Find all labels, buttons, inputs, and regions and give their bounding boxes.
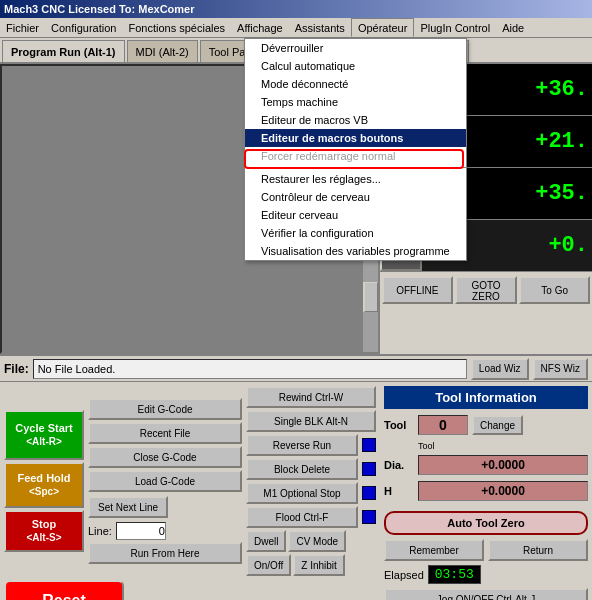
- reverse-run-row: Reverse Run: [246, 434, 376, 456]
- dropdown-item-9[interactable]: Editeur cerveau: [245, 206, 466, 224]
- dropdown-item-5[interactable]: Editeur de macros boutons: [245, 129, 466, 147]
- title-bar: Mach3 CNC Licensed To: MexComer: [0, 0, 592, 18]
- line-area: Line:: [88, 522, 242, 540]
- menu-bar: Fichier Configuration Fonctions spéciale…: [0, 18, 592, 38]
- block-delete-button[interactable]: Block Delete: [246, 458, 358, 480]
- tool-number-row: Tool 0 Change: [384, 415, 588, 435]
- menu-aide[interactable]: Aide: [496, 18, 530, 37]
- dwell-button[interactable]: Dwell: [246, 530, 286, 552]
- dropdown-menu: Déverrouiller Calcul automatique Mode dé…: [244, 38, 467, 261]
- menu-fonctions[interactable]: Fonctions spéciales: [122, 18, 231, 37]
- dropdown-item-2[interactable]: Mode déconnecté: [245, 75, 466, 93]
- tool-panel: Tool Information Tool 0 Change Tool Dia.…: [380, 382, 592, 600]
- to-go-button[interactable]: To Go: [519, 276, 590, 304]
- auto-tool-zero-button[interactable]: Auto Tool Zero: [384, 511, 588, 535]
- offline-button[interactable]: OFFLINE: [382, 276, 453, 304]
- flood-button[interactable]: Flood Ctrl-F: [246, 506, 358, 528]
- dropdown-item-3[interactable]: Temps machine: [245, 93, 466, 111]
- coord-bottom-buttons: OFFLINE GOTO ZERO To Go: [380, 272, 592, 308]
- scroll-down-arrow[interactable]: ▼: [363, 352, 379, 354]
- big-buttons: Cycle Start <Alt-R> Feed Hold <Spc> Stop…: [4, 410, 84, 552]
- menu-assistants[interactable]: Assistants: [289, 18, 351, 37]
- change-tool-button[interactable]: Change: [472, 415, 523, 435]
- tool-number-value: 0: [418, 415, 468, 435]
- rewind-button[interactable]: Rewind Ctrl-W: [246, 386, 376, 408]
- reset-button[interactable]: Reset: [4, 580, 124, 600]
- run-from-here-button[interactable]: Run From Here: [88, 542, 242, 564]
- z-inhibit-button[interactable]: Z Inhibit: [293, 554, 345, 576]
- dropdown-item-0[interactable]: Déverrouiller: [245, 39, 466, 57]
- dropdown-item-7[interactable]: Restaurer les réglages...: [245, 170, 466, 188]
- dropdown-item-11[interactable]: Visualisation des variables programme: [245, 242, 466, 260]
- flood-row: Flood Ctrl-F: [246, 506, 376, 528]
- tool-dia-row: Dia. +0.0000: [384, 455, 588, 475]
- mid-buttons-col1: Edit G-Code Recent File Close G-Code Loa…: [88, 398, 242, 564]
- line-label: Line:: [88, 525, 112, 537]
- block-delete-row: Block Delete: [246, 458, 376, 480]
- edit-gcode-button[interactable]: Edit G-Code: [88, 398, 242, 420]
- m1-opt-stop-button[interactable]: M1 Optional Stop: [246, 482, 358, 504]
- set-next-line-row: Set Next Line: [88, 496, 242, 518]
- close-gcode-button[interactable]: Close G-Code: [88, 446, 242, 468]
- h-value: +0.0000: [418, 481, 588, 501]
- dwell-cv-row: Dwell CV Mode: [246, 530, 376, 552]
- load-gcode-button[interactable]: Load G-Code: [88, 470, 242, 492]
- elapsed-label: Elapsed: [384, 569, 424, 581]
- line-input[interactable]: [116, 522, 166, 540]
- bottom-section: Cycle Start <Alt-R> Feed Hold <Spc> Stop…: [0, 382, 592, 600]
- menu-configuration[interactable]: Configuration: [45, 18, 122, 37]
- file-value: No File Loaded.: [33, 359, 467, 379]
- control-row-1: Cycle Start <Alt-R> Feed Hold <Spc> Stop…: [4, 386, 376, 576]
- dropdown-item-1[interactable]: Calcul automatique: [245, 57, 466, 75]
- tool-sub-label: Tool: [384, 441, 588, 451]
- dropdown-item-4[interactable]: Editeur de macros VB: [245, 111, 466, 129]
- single-blk-button[interactable]: Single BLK Alt-N: [246, 410, 376, 432]
- goto-zero-button[interactable]: GOTO ZERO: [455, 276, 518, 304]
- dropdown-item-6[interactable]: Forcer redémarrage normal: [245, 147, 466, 165]
- tool-h-row: H +0.0000: [384, 481, 588, 501]
- remember-return-row: Remember Return: [384, 539, 588, 561]
- dia-label: Dia.: [384, 459, 414, 471]
- dropdown-separator: [245, 167, 466, 168]
- dia-value: +0.0000: [418, 455, 588, 475]
- on-off-row: On/Off Z Inhibit: [246, 554, 376, 576]
- menu-plugin[interactable]: PlugIn Control: [414, 18, 496, 37]
- menu-affichage[interactable]: Affichage: [231, 18, 289, 37]
- elapsed-row: Elapsed 03:53: [384, 565, 588, 584]
- h-label: H: [384, 485, 414, 497]
- flood-indicator: [362, 510, 376, 524]
- mid-buttons-col2: Rewind Ctrl-W Single BLK Alt-N Reverse R…: [246, 386, 376, 576]
- cv-mode-button[interactable]: CV Mode: [288, 530, 346, 552]
- title-text: Mach3 CNC Licensed To: MexComer: [4, 3, 195, 15]
- tab-mdi[interactable]: MDI (Alt-2): [127, 40, 198, 62]
- tool-panel-header: Tool Information: [384, 386, 588, 409]
- reset-row: Reset: [4, 580, 376, 600]
- dropdown-item-8[interactable]: Contrôleur de cerveau: [245, 188, 466, 206]
- remember-button[interactable]: Remember: [384, 539, 484, 561]
- dropdown-item-10[interactable]: Vérifier la configuration: [245, 224, 466, 242]
- reverse-run-button[interactable]: Reverse Run: [246, 434, 358, 456]
- tool-label: Tool: [384, 419, 414, 431]
- file-label: File:: [4, 362, 29, 376]
- set-next-line-button[interactable]: Set Next Line: [88, 496, 168, 518]
- scroll-thumb[interactable]: [364, 282, 378, 312]
- tab-program-run[interactable]: Program Run (Alt-1): [2, 40, 125, 62]
- file-bar: File: No File Loaded. Load Wiz NFS Wiz: [0, 354, 592, 382]
- menu-fichier[interactable]: Fichier: [0, 18, 45, 37]
- stop-button[interactable]: Stop <Alt-S>: [4, 510, 84, 552]
- elapsed-value: 03:53: [428, 565, 481, 584]
- cycle-start-button[interactable]: Cycle Start <Alt-R>: [4, 410, 84, 460]
- feed-hold-button[interactable]: Feed Hold <Spc>: [4, 462, 84, 508]
- nfs-wiz-button[interactable]: NFS Wiz: [533, 358, 588, 380]
- block-delete-indicator: [362, 462, 376, 476]
- jog-button[interactable]: Jog ON/OFF Ctrl-Alt-J: [384, 588, 588, 600]
- recent-file-button[interactable]: Recent File: [88, 422, 242, 444]
- m1-opt-indicator: [362, 486, 376, 500]
- left-controls: Cycle Start <Alt-R> Feed Hold <Spc> Stop…: [0, 382, 380, 600]
- reverse-run-indicator: [362, 438, 376, 452]
- load-wiz-button[interactable]: Load Wiz: [471, 358, 529, 380]
- menu-operateur[interactable]: Opérateur: [351, 18, 415, 37]
- m1-opt-stop-row: M1 Optional Stop: [246, 482, 376, 504]
- return-button[interactable]: Return: [488, 539, 588, 561]
- on-off-button[interactable]: On/Off: [246, 554, 291, 576]
